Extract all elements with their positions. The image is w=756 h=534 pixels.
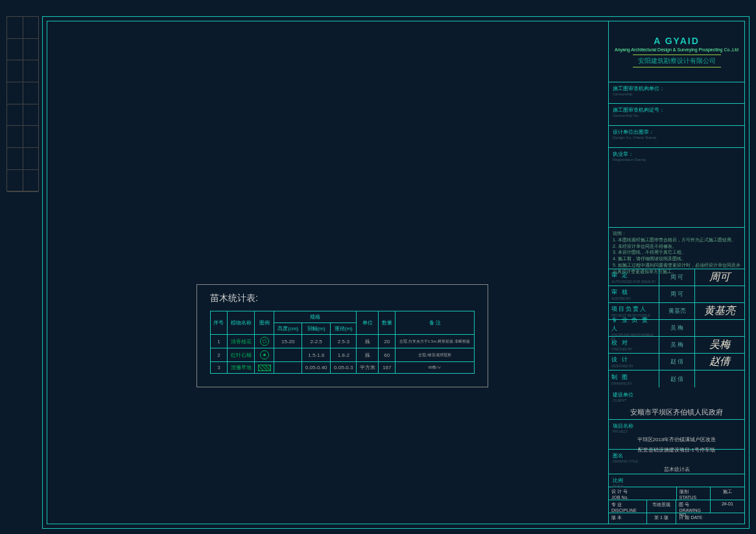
note-line: 4. 施工前，请仔细阅读说明及图纸。	[613, 256, 740, 262]
logo-mark: A GYAID	[654, 36, 700, 46]
scale-section: 比例 SCALE	[609, 474, 744, 487]
role-cell: 校 对CHECKED BY	[609, 337, 659, 353]
censorship-section: 施工图审查机构单位： Censorship	[609, 82, 744, 104]
table-row: 1清香桂花15-202-2.52.5-3株20全冠,分支点大于1.5m,树形挺拔…	[211, 335, 475, 348]
col-remark: 备 注	[396, 311, 475, 335]
drawing-border-inner: 苗木统计表: 序号 植物名称 图例 规格 单位 数量 备 注 高度(cm) 冠幅…	[47, 21, 745, 524]
disc-value: 市政景观	[647, 500, 677, 513]
plant-schedule-table: 序号 植物名称 图例 规格 单位 数量 备 注 高度(cm) 冠幅(m) 蓬径(…	[210, 311, 475, 374]
signer-name: 赵 倩	[659, 354, 695, 370]
title-block: A GYAID Anyang Architectural Design & Su…	[608, 21, 744, 524]
logo-sub: Anyang Architectural Design & Surveying …	[615, 47, 738, 52]
col-unit: 单位	[357, 311, 379, 335]
role-cell: 设 计DESIGNED BY	[609, 354, 659, 370]
note-line: 3. 本设计图纸，不得用于其它工程。	[613, 249, 740, 256]
symbol-hatch-icon	[258, 365, 271, 371]
scale-bar	[6, 16, 39, 191]
note-line: 2. 未经设计单位同意不得修改。	[613, 243, 740, 250]
ver-label: 版 本	[611, 515, 622, 520]
col-d: 蓬径(m)	[331, 323, 357, 335]
design-stamp-label-en: Design Co. Check Stamp	[613, 136, 740, 140]
table-header-row: 序号 植物名称 图例 规格 单位 数量 备 注	[211, 311, 475, 323]
role-cell: 审 定AUTHORIZED FOR ISSUE BY	[609, 269, 659, 285]
censorno-label-cn: 施工图审查机构证号：	[613, 106, 740, 114]
col-w: 冠幅(m)	[301, 323, 330, 335]
signature: 周可	[695, 269, 744, 285]
col-name: 植物名称	[227, 311, 255, 335]
disc-label: 专 业	[611, 502, 622, 507]
table-row: 2红叶石楠1.5-1.81.8-2株60全冠,/修剪成球冠形	[211, 348, 475, 362]
logo-section: A GYAID Anyang Architectural Design & Su…	[609, 21, 744, 82]
logo-cn: 安阳建筑勘察设计有限公司	[633, 55, 721, 67]
censorship-label-en: Censorship	[613, 92, 740, 96]
drawing-name: 苗木统计表	[613, 466, 740, 474]
signature	[695, 320, 744, 336]
design-stamp-section: 设计单位出图章： Design Co. Check Stamp	[609, 126, 744, 148]
client-section: 建设单位 CLIENT 安顺市平坝区齐伯镇人民政府	[609, 387, 744, 420]
project-text-1: 平坝区2018年齐伯镇满城户区改造	[613, 436, 740, 444]
dwg-no-label: 图 号	[679, 502, 689, 507]
symbol-dot-icon	[260, 350, 269, 359]
notes-title: 说明：	[613, 230, 740, 237]
date-label: 日 期	[679, 515, 689, 520]
signatures-block: 审 定AUTHORIZED FOR ISSUE BY周 可周可审 核AUDITE…	[609, 269, 744, 387]
drawing-border-outer: 苗木统计表: 序号 植物名称 图例 规格 单位 数量 备 注 高度(cm) 冠幅…	[42, 16, 750, 529]
role-cell: 制 图DRAWING BY	[609, 370, 659, 387]
table-row: 3混播草地0.05-0.400.05-0.3平方米18760株/㎡	[211, 362, 475, 374]
notes-section: 说明： 1. 本图纸需经施工图审查合格后，方可作为正式施工图使用。2. 未经设计…	[609, 228, 744, 269]
reg-stamp-section: 执业章： Registration Stamp	[609, 148, 744, 228]
design-stamp-label-cn: 设计单位出图章：	[613, 128, 740, 136]
scale-label-cn: 比例	[613, 477, 740, 484]
project-section: 项目名称 PROJECT 平坝区2018年齐伯镇满城户区改造 配套基础设施建设项…	[609, 420, 744, 450]
reg-stamp-label-en: Registration Stamp	[613, 158, 740, 162]
signer-name: 周 可	[659, 286, 695, 302]
project-label-en: PROJECT	[613, 430, 740, 433]
signature	[695, 286, 744, 302]
signature-row: 校 对CHECKED BY吴 梅吴梅	[609, 337, 744, 354]
col-spec: 规格	[274, 311, 357, 323]
dwg-no-value: 2#-01	[711, 500, 744, 513]
signature-row: 专 业 负 责 人DISCIPLINE RESPONSIBLE BY吴 梅	[609, 320, 744, 337]
signer-name: 黄基亮	[659, 303, 695, 319]
signer-name: 赵 倩	[659, 370, 695, 387]
signature: 黄基亮	[695, 303, 744, 319]
censorno-label-en: Censorship No.	[613, 114, 740, 117]
col-h: 高度(cm)	[274, 323, 302, 335]
ver-value: 第 1 版	[647, 513, 677, 524]
status-label: 版别	[679, 489, 689, 494]
client-label-en: CLIENT	[613, 398, 740, 402]
client-label-cn: 建设单位	[613, 391, 740, 398]
role-cell: 审 核AUDITED BY	[609, 286, 659, 302]
col-sym: 图例	[255, 311, 274, 335]
signature: 吴梅	[695, 337, 744, 353]
signature-row: 制 图DRAWING BY赵 倩	[609, 370, 744, 387]
note-line: 1. 本图纸需经施工图审查合格后，方可作为正式施工图使用。	[613, 237, 740, 243]
project-label-cn: 项目名称	[613, 422, 740, 430]
signature	[695, 370, 744, 387]
bottom-grid: 设 计 号JOB No. 版别STATUS 施工 专 业DISCIPLINE 市…	[609, 487, 744, 524]
drawing-title-section: 图名 DRAWING TITLE 苗木统计表	[609, 450, 744, 474]
client-name: 安顺市平坝区齐伯镇人民政府	[613, 407, 740, 417]
col-no: 序号	[211, 311, 228, 335]
signature-row: 设 计DESIGNED BY赵 倩赵倩	[609, 354, 744, 370]
reg-stamp-label-cn: 执业章：	[613, 151, 740, 158]
symbol-circle-icon	[260, 337, 269, 346]
signature-row: 审 核AUDITED BY周 可	[609, 286, 744, 303]
censorship-label-cn: 施工图审查机构单位：	[613, 85, 740, 92]
signer-name: 吴 梅	[659, 337, 695, 353]
signer-name: 周 可	[659, 269, 695, 285]
design-no-label: 设 计 号	[611, 489, 628, 494]
role-cell: 专 业 负 责 人DISCIPLINE RESPONSIBLE BY	[609, 320, 659, 336]
plant-schedule-title: 苗木统计表:	[210, 293, 475, 304]
drawing-label-cn: 图名	[613, 452, 740, 459]
col-qty: 数量	[379, 311, 396, 335]
signature-row: 审 定AUTHORIZED FOR ISSUE BY周 可周可	[609, 269, 744, 286]
plant-schedule-panel: 苗木统计表: 序号 植物名称 图例 规格 单位 数量 备 注 高度(cm) 冠幅…	[196, 284, 488, 387]
drawing-label-en: DRAWING TITLE	[613, 459, 740, 463]
censorno-section: 施工图审查机构证号： Censorship No.	[609, 104, 744, 126]
signature: 赵倩	[695, 354, 744, 370]
status-value: 施工	[711, 487, 744, 500]
signer-name: 吴 梅	[659, 320, 695, 336]
